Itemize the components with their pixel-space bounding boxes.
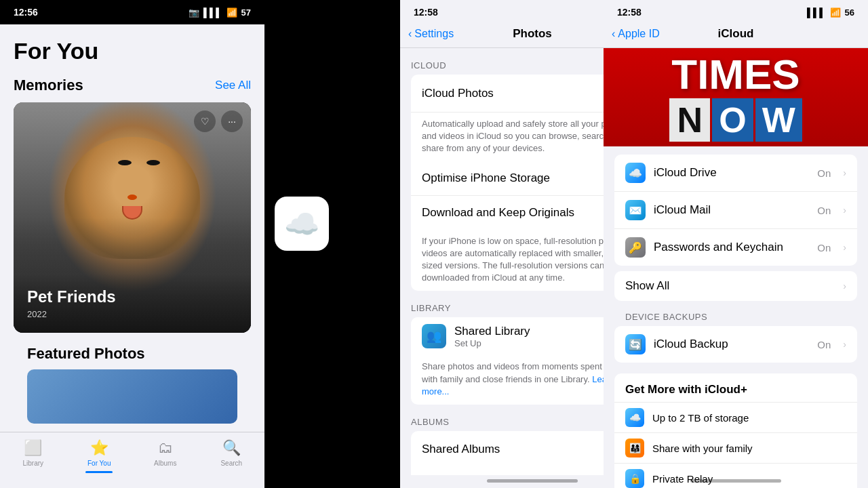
- page-root: ☁️ ☁️ ☁️ ☁️ 12:56 📷 ▌▌▌ 📶 57 For You: [0, 0, 868, 488]
- icloud-mail-row[interactable]: ✉️ iCloud Mail On ›: [614, 192, 857, 229]
- heart-button[interactable]: ♡: [194, 110, 216, 132]
- phone3-home-indicator: [690, 479, 781, 483]
- icloud-backup-row[interactable]: 🔄 iCloud Backup On ›: [614, 326, 857, 363]
- icloud-mail-label: iCloud Mail: [654, 203, 809, 217]
- device-backups-label: DEVICE BACKUPS: [604, 301, 868, 326]
- phone3: 12:58 ▌▌▌ 📶 56 ‹ Apple ID iCloud TIMES: [536, 0, 868, 488]
- icloud-icon-2: ☁️: [284, 207, 319, 241]
- memory-title: Pet Friends: [27, 287, 237, 306]
- memory-year: 2022: [27, 309, 237, 319]
- phone1-time: 12:56: [14, 7, 38, 18]
- appleid-back-button[interactable]: ‹ Apple ID: [612, 28, 660, 40]
- storage-icon: ☁️: [625, 408, 644, 427]
- tab-search-label: Search: [220, 460, 242, 467]
- p3-signal: ▌▌▌: [807, 7, 826, 18]
- phone3-nav-bar: ‹ Apple ID iCloud: [604, 24, 868, 48]
- p3-wifi: 📶: [830, 7, 841, 18]
- icloud-backup-value: On: [817, 339, 831, 350]
- icloud-float-2: ☁️: [275, 197, 329, 251]
- show-all-chevron-icon: ›: [843, 281, 846, 291]
- now-text-row: N O W: [669, 98, 802, 142]
- featured-photo-thumb: [27, 369, 237, 424]
- family-label: Share with your family: [652, 443, 753, 454]
- wifi-icon: 📶: [226, 7, 237, 18]
- back-label: Settings: [414, 28, 454, 40]
- memory-overlay: Pet Friends 2022: [14, 274, 251, 333]
- tab-for-you[interactable]: ⭐ For You: [66, 439, 133, 473]
- letter-n: N: [669, 98, 710, 142]
- storage-row: ☁️ Up to 2 TB of storage: [614, 402, 857, 432]
- tab-albums[interactable]: 🗂 Albums: [132, 439, 199, 467]
- phone1: 12:56 📷 ▌▌▌ 📶 57 For You Memories See Al…: [0, 0, 264, 488]
- battery-icon: 57: [241, 7, 251, 18]
- phone3-time: 12:58: [617, 7, 642, 18]
- settings-back-button[interactable]: ‹ Settings: [408, 28, 454, 40]
- icloud-drive-row[interactable]: ☁️ iCloud Drive On ›: [614, 155, 857, 192]
- shared-library-icon: 👥: [422, 324, 446, 348]
- see-all-link[interactable]: See All: [215, 79, 251, 92]
- for-you-title: For You: [14, 38, 251, 64]
- passwords-keychain-icon: 🔑: [625, 237, 646, 258]
- letter-o: O: [712, 98, 753, 142]
- featured-photos-section: Featured Photos: [14, 345, 251, 424]
- relay-icon: 🔒: [625, 469, 644, 488]
- icloud-drive-icon: ☁️: [625, 163, 646, 183]
- tab-library[interactable]: ⬜ Library: [0, 439, 66, 467]
- memory-card[interactable]: ♡ ··· Pet Friends 2022: [14, 102, 251, 333]
- for-you-icon: ⭐: [90, 439, 108, 457]
- phone1-status-bar: 12:56 📷 ▌▌▌ 📶 57: [0, 0, 264, 24]
- photos-header: For You Memories See All: [0, 24, 264, 430]
- tab-albums-label: Albums: [154, 460, 176, 467]
- show-all-label: Show All: [625, 279, 835, 293]
- p3-back-chevron-icon: ‹: [612, 28, 615, 40]
- icloud-backup-icon: 🔄: [625, 334, 646, 354]
- search-icon: 🔍: [222, 439, 241, 457]
- phone3-nav-title: iCloud: [718, 27, 754, 41]
- phone3-status-bar: 12:58 ▌▌▌ 📶 56: [604, 0, 868, 24]
- show-all-inner-row: Show All ›: [614, 271, 857, 301]
- more-button[interactable]: ···: [221, 110, 243, 132]
- memories-section-header: Memories See All: [14, 77, 251, 94]
- passwords-keychain-label: Passwords and Keychain: [654, 241, 809, 254]
- tab-for-you-label: For You: [87, 460, 111, 467]
- icloud-mail-icon: ✉️: [625, 200, 646, 220]
- family-row: 👨‍👩‍👧 Share with your family: [614, 432, 857, 463]
- photos-tab-bar: ⬜ Library ⭐ For You 🗂 Albums 🔍 Search: [0, 432, 264, 488]
- memory-actions: ♡ ···: [194, 110, 243, 132]
- relay-row: 🔒 Private Relay: [614, 463, 857, 488]
- camera-icon: 📷: [189, 7, 199, 18]
- letter-w: W: [755, 98, 802, 142]
- get-more-title: Get More with iCloud+: [614, 373, 857, 402]
- icloud-services-list: ☁️ iCloud Drive On › ✉️ iCloud Mail On ›…: [614, 155, 857, 266]
- device-backups-list: 🔄 iCloud Backup On ›: [614, 326, 857, 363]
- icloud-backup-label: iCloud Backup: [654, 338, 809, 351]
- times-now-banner: TIMES N O W: [604, 48, 868, 146]
- storage-label: Up to 2 TB of storage: [652, 412, 749, 424]
- times-text: TIMES: [669, 54, 802, 96]
- tab-active-indicator: [85, 471, 113, 473]
- icloud-services-section: ☁️ iCloud Drive On › ✉️ iCloud Mail On ›…: [604, 155, 868, 301]
- p3-battery: 56: [845, 7, 854, 18]
- tab-search[interactable]: 🔍 Search: [199, 439, 265, 467]
- family-icon: 👨‍👩‍👧: [625, 439, 644, 458]
- get-more-card: Get More with iCloud+ ☁️ Up to 2 TB of s…: [614, 373, 857, 488]
- icloud-drive-chevron-icon: ›: [843, 167, 846, 178]
- photos-app-content: For You Memories See All: [0, 24, 264, 483]
- phone3-status-icons: ▌▌▌ 📶 56: [807, 7, 854, 18]
- passwords-keychain-row[interactable]: 🔑 Passwords and Keychain On ›: [614, 229, 857, 266]
- tab-library-label: Library: [22, 460, 43, 467]
- back-chevron-icon: ‹: [408, 28, 412, 40]
- times-now-content: TIMES N O W: [669, 54, 802, 142]
- library-icon: ⬜: [24, 439, 42, 457]
- icloud-drive-value: On: [817, 167, 831, 179]
- passwords-keychain-value: On: [817, 242, 831, 253]
- phone2-time: 12:58: [414, 7, 438, 18]
- featured-title: Featured Photos: [27, 345, 237, 363]
- icloud-mail-value: On: [817, 205, 831, 216]
- show-all-row[interactable]: Show All ›: [614, 271, 857, 301]
- icloud-backup-chevron-icon: ›: [843, 339, 846, 350]
- phone1-status-icons: 📷 ▌▌▌ 📶 57: [189, 7, 251, 18]
- p3-back-label: Apple ID: [618, 28, 659, 40]
- memories-title: Memories: [14, 77, 83, 94]
- icloud-drive-label: iCloud Drive: [654, 166, 809, 180]
